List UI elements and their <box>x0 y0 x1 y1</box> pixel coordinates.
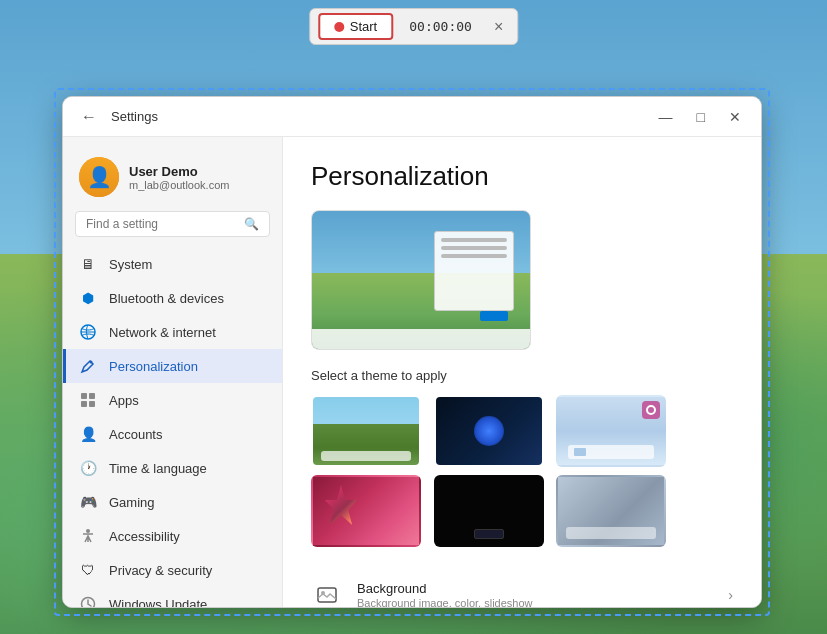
svg-rect-3 <box>89 393 95 399</box>
time-icon: 🕐 <box>79 459 97 477</box>
theme-light[interactable] <box>556 395 666 467</box>
sidebar-item-gaming[interactable]: 🎮 Gaming <box>63 485 282 519</box>
avatar <box>79 157 119 197</box>
sidebar-item-label-system: System <box>109 257 152 272</box>
window-title: Settings <box>111 109 158 124</box>
theme-bloom[interactable] <box>311 475 421 547</box>
gaming-icon: 🎮 <box>79 493 97 511</box>
preview-line-2 <box>441 246 507 250</box>
preview-line-3 <box>441 254 507 258</box>
minimize-button[interactable]: — <box>651 107 681 127</box>
background-desc: Background image, color, slideshow <box>357 597 728 607</box>
theme-blue-preview <box>436 397 542 465</box>
sidebar-item-label-personalization: Personalization <box>109 359 198 374</box>
user-profile: User Demo m_lab@outlook.com <box>63 149 282 211</box>
search-input[interactable] <box>86 217 238 231</box>
windows-update-icon <box>79 595 97 607</box>
avatar-face <box>79 157 119 197</box>
preview-line-1 <box>441 238 507 242</box>
theme-dark[interactable] <box>434 475 544 547</box>
sidebar-item-network[interactable]: Network & internet <box>63 315 282 349</box>
theme-section-label: Select a theme to apply <box>311 368 733 383</box>
record-indicator <box>334 22 344 32</box>
svg-rect-5 <box>89 401 95 407</box>
bluetooth-icon: ⬢ <box>79 289 97 307</box>
maximize-button[interactable]: □ <box>689 107 713 127</box>
preview-button <box>480 311 508 321</box>
toolbar-close-button[interactable]: × <box>488 16 509 38</box>
start-button[interactable]: Start <box>318 13 393 40</box>
background-chevron: › <box>728 587 733 603</box>
recording-toolbar: Start 00:00:00 × <box>309 8 518 45</box>
sidebar-item-label-time: Time & language <box>109 461 207 476</box>
theme-win11[interactable] <box>311 395 421 467</box>
background-setting[interactable]: Background Background image, color, slid… <box>311 565 733 607</box>
search-box[interactable]: 🔍 <box>75 211 270 237</box>
sidebar: User Demo m_lab@outlook.com 🔍 🖥 System ⬢… <box>63 137 283 607</box>
background-title: Background <box>357 581 728 596</box>
background-icon <box>311 579 343 607</box>
window-controls: — □ ✕ <box>651 107 749 127</box>
sidebar-item-privacy[interactable]: 🛡 Privacy & security <box>63 553 282 587</box>
close-button[interactable]: ✕ <box>721 107 749 127</box>
sidebar-item-label-accessibility: Accessibility <box>109 529 180 544</box>
accessibility-icon <box>79 527 97 545</box>
sidebar-item-apps[interactable]: Apps <box>63 383 282 417</box>
title-bar: ← Settings — □ ✕ <box>63 97 761 137</box>
svg-rect-2 <box>81 393 87 399</box>
main-content: Personalization Select a theme to apply <box>283 137 761 607</box>
system-icon: 🖥 <box>79 255 97 273</box>
sidebar-item-time[interactable]: 🕐 Time & language <box>63 451 282 485</box>
sidebar-item-accessibility[interactable]: Accessibility <box>63 519 282 553</box>
background-text: Background Background image, color, slid… <box>357 581 728 607</box>
sidebar-item-label-gaming: Gaming <box>109 495 155 510</box>
sidebar-item-label-bluetooth: Bluetooth & devices <box>109 291 224 306</box>
sidebar-item-label-windows-update: Windows Update <box>109 597 207 608</box>
sidebar-item-label-accounts: Accounts <box>109 427 162 442</box>
user-info: User Demo m_lab@outlook.com <box>129 164 229 191</box>
sidebar-item-label-network: Network & internet <box>109 325 216 340</box>
window-body: User Demo m_lab@outlook.com 🔍 🖥 System ⬢… <box>63 137 761 607</box>
theme-flow[interactable] <box>556 475 666 547</box>
start-label: Start <box>350 19 377 34</box>
svg-rect-4 <box>81 401 87 407</box>
apps-icon <box>79 391 97 409</box>
svg-point-1 <box>90 361 93 364</box>
sidebar-item-accounts[interactable]: 👤 Accounts <box>63 417 282 451</box>
sidebar-item-label-apps: Apps <box>109 393 139 408</box>
search-icon: 🔍 <box>244 217 259 231</box>
accounts-icon: 👤 <box>79 425 97 443</box>
preview-taskbar <box>312 329 530 349</box>
theme-grid <box>311 395 671 547</box>
user-name: User Demo <box>129 164 229 179</box>
privacy-icon: 🛡 <box>79 561 97 579</box>
timer-display: 00:00:00 <box>399 15 482 38</box>
preview-window <box>434 231 514 311</box>
sidebar-item-bluetooth[interactable]: ⬢ Bluetooth & devices <box>63 281 282 315</box>
sidebar-item-windows-update[interactable]: Windows Update <box>63 587 282 607</box>
current-theme-preview <box>311 210 531 350</box>
theme-win11-preview <box>313 397 419 465</box>
svg-point-6 <box>86 529 90 533</box>
back-button[interactable]: ← <box>75 106 103 128</box>
sidebar-item-personalization[interactable]: Personalization <box>63 349 282 383</box>
theme-blue[interactable] <box>434 395 544 467</box>
sidebar-item-label-privacy: Privacy & security <box>109 563 212 578</box>
sidebar-item-system[interactable]: 🖥 System <box>63 247 282 281</box>
user-email: m_lab@outlook.com <box>129 179 229 191</box>
network-icon <box>79 323 97 341</box>
settings-window: ← Settings — □ ✕ User Demo m_lab@outlook… <box>62 96 762 608</box>
page-title: Personalization <box>311 161 733 192</box>
personalization-icon <box>79 357 97 375</box>
